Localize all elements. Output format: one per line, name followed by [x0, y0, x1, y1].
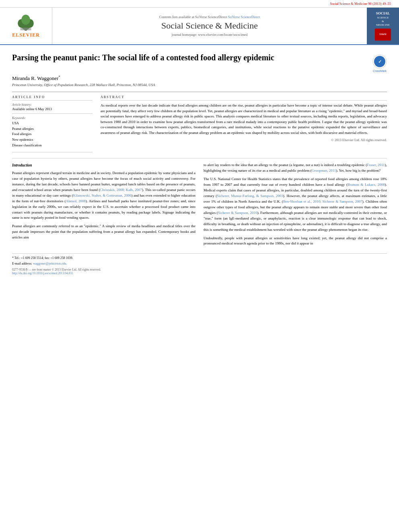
- elsevier-logo-section: ELSEVIER: [0, 8, 52, 44]
- col-left-bottom-divider: [12, 152, 93, 152]
- journal-logo-box-section: SOCIAL SCIENCE & MEDICINE SS&M: [367, 8, 399, 44]
- article-title: Parsing the peanut panic: The social lif…: [12, 52, 342, 63]
- svg-point-4: [22, 15, 31, 25]
- article-info-heading: Article Info: [12, 95, 93, 101]
- intro-heading: Introduction: [12, 162, 195, 168]
- keywords-section: Keywords: USA Peanut allergies Food alle…: [12, 116, 93, 148]
- keyword-new-epi: New epidemics: [12, 137, 93, 143]
- elsevier-wordmark: ELSEVIER: [12, 32, 40, 38]
- keyword-usa: USA: [12, 121, 93, 126]
- ref-ahmed[interactable]: Ahmed, 2008: [66, 199, 86, 203]
- ref-groopman[interactable]: Groopman, 2011: [312, 168, 336, 173]
- keyword-peanut: Peanut allergies: [12, 126, 93, 132]
- keyword-disease: Disease classification: [12, 143, 93, 148]
- article-container: Parsing the peanut panic: The social lif…: [0, 45, 399, 279]
- intro-p2: Peanut allergies are commonly referred t…: [12, 224, 195, 240]
- elsevier-logo: ELSEVIER: [12, 13, 40, 38]
- crossmark-icon: ✓: [372, 54, 387, 69]
- svg-rect-5: [21, 28, 31, 30]
- footer-email-link[interactable]: waggoner@princeton.edu.: [33, 262, 67, 265]
- journal-logo-line2: SCIENCE: [375, 16, 391, 20]
- sciverse-line: Contents lists available at SciVerse Sci…: [159, 15, 260, 19]
- body-content: Introduction Peanut allergies represent …: [12, 162, 387, 249]
- journal-homepage: journal homepage: www.elsevier.com/locat…: [172, 33, 248, 37]
- ref-branum[interactable]: Branum & Lukacs, 2008: [348, 183, 385, 187]
- footer-contact: * Tel.: +1 609 258 5514; fax: +1 609 258…: [12, 256, 387, 261]
- article-info-column: Article Info Article history: Available …: [12, 95, 93, 152]
- author-name: Miranda R. Waggoner*: [12, 75, 387, 82]
- footer-notes: * Tel.: +1 609 258 5514; fax: +1 609 258…: [12, 253, 387, 275]
- footer-email: E-mail address: waggoner@princeton.edu.: [12, 261, 387, 266]
- abstract-column: Abstract As medical reports over the las…: [101, 95, 387, 152]
- body-left-col: Introduction Peanut allergies represent …: [12, 162, 195, 249]
- ref-fraser[interactable]: Fraser, 2011: [367, 163, 385, 167]
- ref-christakis[interactable]: Christakis, 2008; Kalb, 2007: [100, 188, 142, 192]
- journal-logo-line3: &: [375, 20, 391, 23]
- journal-logo-box: SOCIAL SCIENCE & MEDICINE SS&M: [373, 10, 393, 42]
- journal-header: ELSEVIER Contents lists available at Sci…: [0, 8, 399, 45]
- history-value: Available online 6 May 2013: [12, 107, 93, 111]
- keywords-divider: [12, 113, 93, 114]
- ref-kilanowski[interactable]: Kilanowski, Stalter, & Gottesman, 2006: [73, 193, 131, 197]
- history-label: Article history:: [12, 103, 93, 107]
- keywords-label: Keywords:: [12, 116, 93, 120]
- body-right-p1: to alert lay readers to the idea that an…: [204, 162, 387, 174]
- copyright-line: © 2013 Elsevier Ltd. All rights reserved…: [101, 138, 387, 142]
- keyword-food: Food allergies: [12, 131, 93, 137]
- journal-logo-line4: MEDICINE: [375, 23, 391, 27]
- journal-title-section: Contents lists available at SciVerse Sci…: [52, 8, 367, 44]
- abstract-heading: Abstract: [101, 95, 387, 101]
- ref-sicherer2003[interactable]: Sicherer, Munoz-Furlong, & Sampson, 2003: [217, 194, 283, 198]
- crossmark-label: CrossMark: [372, 70, 387, 72]
- elsevier-tree-icon: [14, 13, 38, 31]
- abstract-text: As medical reports over the last decade …: [101, 103, 387, 136]
- body-divider: [12, 158, 387, 158]
- journal-reference-bar: Social Science & Medicine 90 (2013) 49–5…: [0, 0, 399, 8]
- article-info-abstract-section: Article Info Article history: Available …: [12, 92, 387, 152]
- sciverse-link[interactable]: SciVerse ScienceDirect: [228, 15, 260, 19]
- svg-text:✓: ✓: [378, 59, 382, 64]
- journal-cover-icon: SS&M: [375, 29, 391, 41]
- journal-logo-line1: SOCIAL: [375, 11, 391, 16]
- footer-doi-link[interactable]: http://dx.doi.org/10.1016/j.socscimed.20…: [12, 271, 73, 275]
- body-right-col: to alert lay readers to the idea that an…: [204, 162, 387, 249]
- footer-issn: 0277-9536/$ — see front matter © 2013 El…: [12, 268, 387, 275]
- intro-p1: Peanut allergies represent charged terra…: [12, 170, 195, 221]
- crossmark-section: ✓ CrossMark: [372, 54, 387, 72]
- ref-sicherer2010[interactable]: Sicherer & Sampson, 2010: [218, 211, 257, 215]
- journal-title: Social Science & Medicine: [161, 21, 258, 31]
- ref-benshoshan[interactable]: Ben-Shoshan et al., 2010; Sicherer & Sam…: [283, 199, 362, 203]
- author-affiliation: Princeton University, Office of Populati…: [12, 83, 387, 87]
- journal-ref-text: Social Science & Medicine 90 (2013) 49–5…: [330, 2, 391, 6]
- body-right-p3: Undoubtedly, people with peanut allergie…: [204, 236, 387, 247]
- body-right-p2: The U.S. National Center for Health Stat…: [204, 177, 387, 232]
